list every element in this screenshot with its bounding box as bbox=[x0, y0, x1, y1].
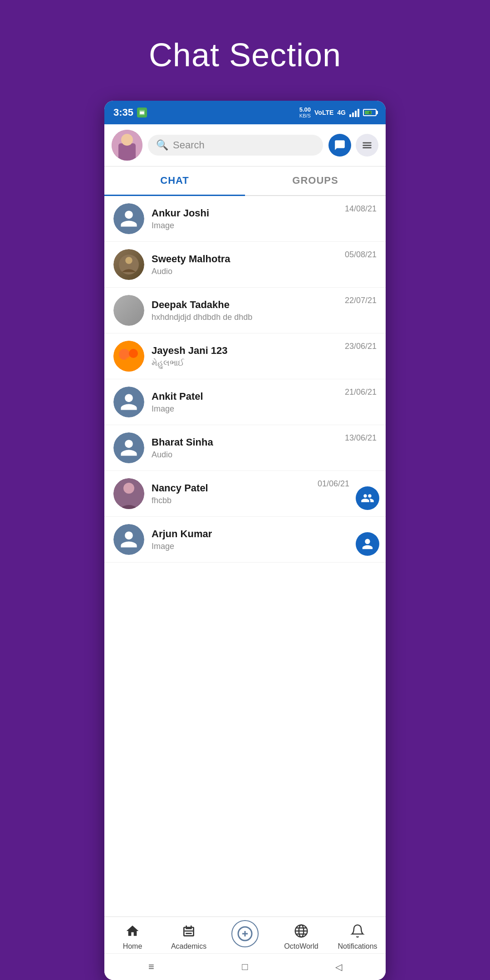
status-icon bbox=[137, 108, 147, 118]
academics-icon bbox=[179, 921, 198, 941]
chat-info: Arjun Kumar Image bbox=[152, 528, 377, 551]
chat-preview: Image bbox=[152, 221, 377, 230]
avatar bbox=[113, 478, 144, 509]
chat-preview: Image bbox=[152, 404, 377, 414]
avatar bbox=[113, 341, 144, 372]
chat-icon-button[interactable] bbox=[328, 134, 351, 157]
chat-date: 22/07/21 bbox=[345, 296, 377, 305]
android-nav-bar: ≡ □ ◁ bbox=[104, 953, 386, 980]
status-time: 3:35 bbox=[113, 107, 147, 118]
nav-academics[interactable]: Academics bbox=[168, 921, 209, 951]
header-actions bbox=[328, 134, 378, 157]
nav-home[interactable]: Home bbox=[112, 921, 153, 951]
chat-preview: fhcbb bbox=[152, 496, 377, 505]
person-badge bbox=[356, 532, 379, 556]
avatar bbox=[113, 295, 144, 326]
user-avatar[interactable] bbox=[112, 130, 142, 161]
chat-preview: Audio bbox=[152, 450, 377, 460]
chat-name: Arjun Kumar bbox=[152, 528, 377, 540]
battery-icon: 4 bbox=[363, 109, 377, 116]
list-item[interactable]: Bharat Sinha Audio 13/06/21 bbox=[104, 425, 386, 471]
chat-date: 05/08/21 bbox=[345, 250, 377, 260]
android-home-btn[interactable]: □ bbox=[237, 959, 253, 975]
chat-name: Sweety Malhotra bbox=[152, 253, 377, 265]
network-gen: 4G bbox=[337, 109, 346, 116]
svg-point-14 bbox=[125, 357, 132, 364]
search-placeholder: Search bbox=[173, 139, 205, 151]
svg-rect-4 bbox=[118, 143, 136, 161]
chat-list: Ankur Joshi Image 14/08/21 Sweety Malhot… bbox=[104, 196, 386, 916]
bell-icon bbox=[348, 921, 367, 941]
page-title: Chat Section bbox=[149, 36, 341, 74]
list-item[interactable]: Sweety Malhotra Audio 05/08/21 bbox=[104, 242, 386, 288]
home-icon bbox=[123, 921, 142, 941]
chat-date: 13/06/21 bbox=[345, 433, 377, 443]
network-type: VoLTE bbox=[314, 109, 333, 116]
tab-bar: CHAT GROUPS bbox=[104, 167, 386, 196]
chat-info: Ankur Joshi Image bbox=[152, 207, 377, 230]
svg-point-13 bbox=[129, 349, 138, 358]
chat-name: Ankit Patel bbox=[152, 391, 377, 402]
chat-name: Jayesh Jani 123 bbox=[152, 345, 377, 357]
nav-plus[interactable] bbox=[225, 925, 265, 947]
nav-home-label: Home bbox=[123, 942, 142, 951]
list-item[interactable]: Jayesh Jani 123 મેહુલભાઈ 23/06/21 bbox=[104, 333, 386, 379]
chat-preview: મેહુલભાઈ bbox=[152, 358, 377, 368]
nav-notifications-label: Notifications bbox=[338, 942, 377, 951]
nav-notifications[interactable]: Notifications bbox=[337, 921, 378, 951]
globe-icon bbox=[292, 921, 311, 941]
list-item[interactable]: Deepak Tadakhe hxhdndjdjd dhdbdh de dhdb… bbox=[104, 288, 386, 333]
status-bar: 3:35 5.00 KB/S VoLTE 4G bbox=[104, 101, 386, 124]
chat-date: 14/08/21 bbox=[345, 204, 377, 214]
avatar bbox=[113, 249, 144, 280]
chat-name: Ankur Joshi bbox=[152, 207, 377, 219]
chat-info: Ankit Patel Image bbox=[152, 391, 377, 414]
chat-date: 01/06/21 bbox=[318, 479, 349, 489]
list-item[interactable]: Arjun Kumar Image bbox=[104, 517, 386, 563]
status-right: 5.00 KB/S VoLTE 4G 4 bbox=[299, 106, 377, 119]
chat-info: Jayesh Jani 123 મેહુલભાઈ bbox=[152, 345, 377, 368]
avatar bbox=[113, 432, 144, 463]
chat-info: Bharat Sinha Audio bbox=[152, 436, 377, 460]
header: 🔍 Search bbox=[104, 124, 386, 167]
svg-rect-8 bbox=[363, 147, 372, 148]
chat-date: 23/06/21 bbox=[345, 342, 377, 351]
svg-rect-7 bbox=[363, 145, 372, 146]
list-item[interactable]: Ankur Joshi Image 14/08/21 bbox=[104, 196, 386, 242]
menu-button[interactable] bbox=[356, 134, 378, 157]
svg-rect-1 bbox=[140, 112, 144, 114]
chat-name: Deepak Tadakhe bbox=[152, 299, 377, 311]
android-menu-btn[interactable]: ≡ bbox=[143, 959, 159, 975]
avatar bbox=[113, 203, 144, 234]
data-speed: 5.00 KB/S bbox=[299, 106, 311, 119]
list-item[interactable]: Nancy Patel fhcbb 01/06/21 bbox=[104, 471, 386, 517]
chat-preview: Audio bbox=[152, 267, 377, 276]
chat-name: Bharat Sinha bbox=[152, 436, 377, 448]
svg-point-16 bbox=[123, 483, 134, 494]
nav-octoworld[interactable]: OctoWorld bbox=[281, 921, 322, 951]
tab-chat[interactable]: CHAT bbox=[104, 167, 245, 196]
avatar bbox=[113, 524, 144, 555]
chat-info: Deepak Tadakhe hxhdndjdjd dhdbdh de dhdb bbox=[152, 299, 377, 322]
plus-circle-icon bbox=[231, 920, 259, 947]
phone-frame: 3:35 5.00 KB/S VoLTE 4G bbox=[104, 101, 386, 980]
bottom-nav: Home Academics bbox=[104, 916, 386, 953]
chat-preview: hxhdndjdjd dhdbdh de dhdb bbox=[152, 313, 377, 322]
nav-academics-label: Academics bbox=[171, 942, 206, 951]
chat-preview: Image bbox=[152, 542, 377, 551]
signal-bars bbox=[349, 108, 359, 117]
nav-octoworld-label: OctoWorld bbox=[284, 942, 318, 951]
chat-info: Sweety Malhotra Audio bbox=[152, 253, 377, 276]
search-icon: 🔍 bbox=[156, 139, 168, 151]
group-badge bbox=[356, 486, 379, 510]
svg-point-10 bbox=[125, 257, 132, 264]
tab-groups[interactable]: GROUPS bbox=[245, 167, 386, 195]
list-item[interactable]: Ankit Patel Image 21/06/21 bbox=[104, 379, 386, 425]
search-bar[interactable]: 🔍 Search bbox=[148, 135, 323, 156]
svg-point-5 bbox=[121, 134, 133, 146]
svg-rect-6 bbox=[363, 142, 372, 144]
chat-date: 21/06/21 bbox=[345, 387, 377, 397]
android-back-btn[interactable]: ◁ bbox=[331, 959, 347, 975]
avatar bbox=[113, 387, 144, 417]
